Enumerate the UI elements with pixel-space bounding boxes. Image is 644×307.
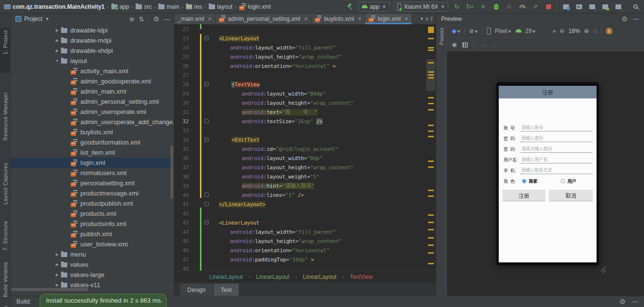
- build-notification-balloon[interactable]: Install successfully finished in 2 s 863…: [40, 294, 167, 307]
- apply-code-changes-button[interactable]: ≡: [478, 2, 488, 11]
- close-icon[interactable]: ×: [304, 16, 307, 22]
- stripe-mark[interactable]: [428, 222, 434, 223]
- fold-marker-icon[interactable]: −: [204, 220, 209, 225]
- build-hammer-button[interactable]: [345, 2, 354, 11]
- stripe-mark[interactable]: [428, 125, 434, 126]
- run-button[interactable]: ↻: [452, 2, 461, 11]
- breadcrumb-item-layout[interactable]: layout: [209, 3, 232, 10]
- layout-columns-icon[interactable]: [462, 42, 468, 48]
- tree-file-admin_useroperate_add_change.x[interactable]: admin_useroperate_add_change.x: [11, 117, 174, 127]
- preview-canvas[interactable]: 注册 账 号:请输入账号密 码:请输入密码密 码:请再次输入密码用户名:请输入用…: [447, 51, 644, 296]
- tool-tab-favorites[interactable]: Favorites: [0, 304, 11, 307]
- field-input[interactable]: 请输入账号: [520, 124, 593, 131]
- editor-error-stripe[interactable]: [426, 24, 436, 271]
- close-icon[interactable]: ×: [208, 16, 212, 22]
- xml-breadcrumb-0[interactable]: LinearLayout: [209, 274, 243, 280]
- editor-tabs-overflow[interactable]: ▼≡7: [420, 14, 436, 24]
- tree-file-buylists.xml[interactable]: buylists.xml: [11, 127, 174, 137]
- tree-folder-values-large[interactable]: ▶values-large: [11, 270, 174, 280]
- attach-debugger-button[interactable]: ⊕: [505, 2, 514, 11]
- stripe-mark[interactable]: [428, 229, 434, 230]
- apply-changes-button[interactable]: ↻A: [465, 2, 475, 11]
- field-input[interactable]: 请输入用户名: [520, 156, 593, 163]
- breadcrumb-item-app[interactable]: app: [111, 3, 129, 10]
- stripe-mark[interactable]: [428, 71, 434, 73]
- search-everywhere-button[interactable]: [631, 2, 640, 11]
- xml-breadcrumb-3[interactable]: TextView: [350, 274, 373, 280]
- stripe-mark[interactable]: [428, 74, 434, 76]
- field-input[interactable]: 请输入密码: [520, 134, 593, 142]
- view-options-eye-icon[interactable]: ◉: [452, 41, 457, 48]
- tree-file-goodsinformation.xml[interactable]: goodsinformation.xml: [11, 137, 174, 147]
- code-editor[interactable]: 2223−<LinearLayout24android:layout_width…: [174, 24, 436, 271]
- resize-handle[interactable]: [602, 270, 606, 273]
- api-level-selector[interactable]: 29▼: [525, 28, 536, 34]
- tree-folder-drawable-mdpi[interactable]: ▶drawable-mdpi: [11, 35, 174, 46]
- warning-indicator[interactable]: !: [606, 28, 613, 34]
- editor-tab-buylists.xml[interactable]: buylists.xml×: [311, 14, 365, 24]
- tool-tab-build-variants[interactable]: Build Variants: [0, 260, 11, 305]
- gear-icon[interactable]: ⚙: [621, 15, 628, 23]
- design-surface-icon[interactable]: ◆▼: [452, 27, 461, 34]
- chevron-down-icon[interactable]: ▼: [45, 16, 49, 21]
- expand-horizontal-icon[interactable]: ↔: [480, 41, 486, 48]
- zoom-fit-button[interactable]: ⊘: [593, 28, 598, 34]
- stripe-mark[interactable]: [428, 195, 434, 197]
- stripe-mark[interactable]: [428, 161, 434, 162]
- tool-tab-7-structure[interactable]: 7: Structure: [0, 219, 11, 259]
- stripe-mark[interactable]: [428, 109, 434, 111]
- tree-folder-values[interactable]: ▶values: [11, 259, 174, 270]
- tree-folder-layout[interactable]: ▼layout: [11, 56, 174, 66]
- phone-button-注册[interactable]: 注册: [503, 190, 545, 201]
- stripe-mark[interactable]: [428, 62, 434, 64]
- fold-marker-icon[interactable]: −: [204, 82, 209, 86]
- breadcrumb-item-com.qz.transaction.MainActivity1[interactable]: com.qz.transaction.MainActivity1: [4, 3, 105, 10]
- tree-folder-menu[interactable]: ▶menu: [11, 249, 174, 259]
- stripe-mark[interactable]: [428, 244, 434, 246]
- gear-icon[interactable]: ⚙: [153, 15, 159, 23]
- orientation-button[interactable]: ⊘▼: [469, 28, 478, 34]
- xml-breadcrumb-2[interactable]: LinearLayout: [303, 274, 336, 280]
- stripe-mark[interactable]: [428, 252, 434, 254]
- device-file-explorer-button[interactable]: [561, 2, 570, 11]
- build-status-label[interactable]: Build:: [16, 298, 31, 305]
- editor-tab-admin_personal_setting.xml[interactable]: admin_personal_setting.xml×: [215, 14, 311, 24]
- sdk-manager-button[interactable]: [613, 2, 623, 11]
- stripe-mark[interactable]: [428, 47, 434, 48]
- gradle-sync-button[interactable]: [587, 2, 597, 11]
- editor-tab-_main.xml[interactable]: _main.xml×: [174, 14, 215, 24]
- tool-tab-1-project[interactable]: 1: Project: [0, 28, 11, 73]
- fold-marker-icon[interactable]: [204, 193, 209, 197]
- device-selector[interactable]: Xiaomi MI 6X ▼: [394, 2, 448, 12]
- field-input[interactable]: 请输入联系方式: [520, 166, 593, 174]
- breadcrumb-item-res[interactable]: res: [186, 3, 202, 10]
- stripe-mark[interactable]: [428, 263, 434, 264]
- field-input[interactable]: 请再次输入密码: [520, 145, 593, 153]
- tree-file-publish.xml[interactable]: publish.xml: [11, 229, 174, 239]
- locate-file-button[interactable]: ⊕: [129, 16, 135, 23]
- stripe-mark[interactable]: [428, 49, 434, 51]
- avd-manager-button[interactable]: [574, 2, 583, 11]
- fold-marker-icon[interactable]: [204, 202, 209, 206]
- tool-tab-resource-manager[interactable]: Resource Manager: [0, 90, 11, 159]
- tree-file-user_listview.xml[interactable]: user_listview.xml: [11, 239, 174, 249]
- hide-preview-button[interactable]: —: [633, 16, 639, 22]
- stripe-mark[interactable]: [428, 97, 434, 98]
- breadcrumb-item-src[interactable]: src: [136, 3, 152, 10]
- profile-app-button[interactable]: ⇗: [531, 2, 540, 11]
- stripe-mark[interactable]: [428, 130, 434, 132]
- tree-file-admin_main.xml[interactable]: admin_main.xml: [11, 86, 174, 97]
- stripe-mark[interactable]: [428, 237, 434, 239]
- zoom-out-button[interactable]: ⊖: [560, 28, 565, 34]
- stripe-mark[interactable]: [428, 103, 434, 104]
- fold-marker-icon[interactable]: −: [204, 137, 209, 142]
- mode-tab-text[interactable]: Text: [214, 284, 239, 296]
- tree-file-activity_main.xml[interactable]: activity_main.xml: [11, 66, 174, 76]
- breadcrumb-item-main[interactable]: main: [158, 3, 179, 10]
- palette-tab[interactable]: Palette: [436, 25, 447, 54]
- tree-file-admin_useroperate.xml[interactable]: admin_useroperate.xml: [11, 107, 174, 117]
- breadcrumb-item-login.xml[interactable]: login.xml: [239, 3, 271, 10]
- profiler-button[interactable]: [518, 2, 527, 11]
- stripe-mark[interactable]: [428, 77, 434, 79]
- stripe-mark[interactable]: [428, 190, 434, 191]
